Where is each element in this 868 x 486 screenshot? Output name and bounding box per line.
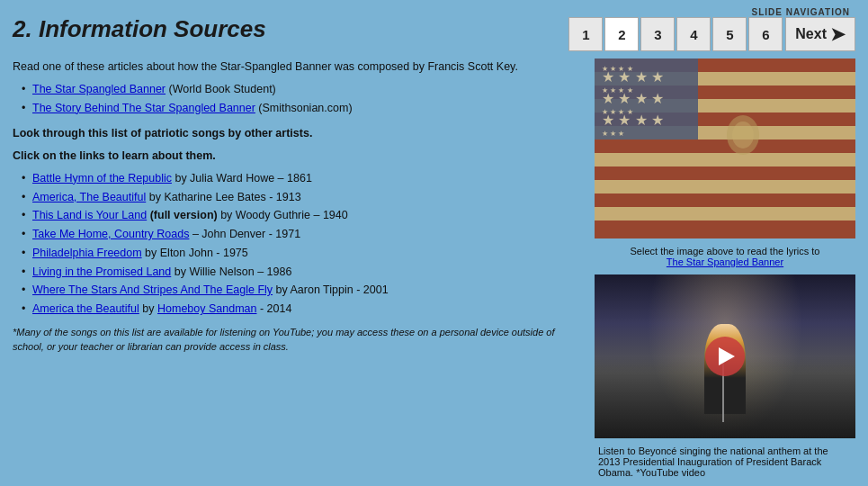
right-column: ★ ★ ★ ★ ★ ★ ★ ★ ★ ★ ★ ★ ★ ★ ★ ★ ★ ★ ★ ★ … — [595, 58, 855, 482]
footnote: *Many of the songs on this list are avai… — [13, 325, 582, 355]
slide-nav-buttons: 1 2 3 4 5 6 Next ➤ — [568, 17, 855, 51]
song-link-3[interactable]: This Land is Your Land — [32, 209, 147, 221]
slide-nav-btn-6[interactable]: 6 — [748, 17, 783, 51]
song-link-4[interactable]: Take Me Home, Country Roads — [32, 228, 189, 240]
intro-text: Read one of these articles about how the… — [13, 58, 582, 76]
list-item: The Story Behind The Star Spangled Banne… — [20, 100, 582, 117]
svg-point-24 — [732, 122, 754, 148]
header: 2. Information Sources SLIDE NAVIGATION … — [0, 0, 868, 58]
section2-heading2: Click on the links to learn about them. — [13, 148, 582, 165]
flag-image[interactable]: ★ ★ ★ ★ ★ ★ ★ ★ ★ ★ ★ ★ ★ ★ ★ ★ ★ ★ ★ ★ … — [595, 58, 855, 238]
next-button[interactable]: Next ➤ — [785, 17, 855, 51]
beyonce-image[interactable] — [595, 274, 855, 438]
svg-rect-22 — [595, 58, 855, 238]
song-link-2[interactable]: America, The Beautiful — [32, 191, 146, 203]
list-item: Where The Stars And Stripes And The Eagl… — [20, 282, 582, 299]
next-arrow-icon: ➤ — [830, 23, 846, 45]
list-item: Living in the Promised Land by Willie Ne… — [20, 264, 582, 281]
list-item: America, The Beautiful by Katharine Lee … — [20, 189, 582, 206]
page-title: 2. Information Sources — [13, 15, 568, 43]
slide-nav-btn-4[interactable]: 4 — [676, 17, 711, 51]
homeboy-link[interactable]: Homeboy Sandman — [157, 302, 256, 315]
left-column: Read one of these articles about how the… — [13, 58, 582, 482]
slide-nav-btn-1[interactable]: 1 — [568, 17, 603, 51]
song-link-5[interactable]: Philadelphia Freedom — [32, 247, 142, 259]
list-item: Philadelphia Freedom by Elton John - 197… — [20, 245, 582, 262]
list-item: The Star Spangled Banner (World Book Stu… — [20, 81, 582, 98]
main-content: Read one of these articles about how the… — [0, 58, 868, 486]
song-link-8[interactable]: America the Beautiful — [32, 302, 139, 315]
slide-nav-btn-2[interactable]: 2 — [604, 17, 639, 51]
article-link-2[interactable]: The Story Behind The Star Spangled Banne… — [32, 102, 255, 114]
flag-caption: Select the image above to read the lyric… — [595, 244, 855, 269]
section2-heading: Look through this list of patriotic song… — [13, 125, 582, 142]
list-item: Take Me Home, Country Roads – John Denve… — [20, 226, 582, 243]
article-links-list: The Star Spangled Banner (World Book Stu… — [13, 81, 582, 117]
slide-nav-label: SLIDE NAVIGATION — [751, 7, 850, 17]
flag-caption-link[interactable]: The Star Spangled Banner — [598, 256, 852, 267]
list-item: Battle Hymn of the Republic by Julia War… — [20, 170, 582, 187]
song-link-6[interactable]: Living in the Promised Land — [32, 266, 171, 278]
song-list: Battle Hymn of the Republic by Julia War… — [13, 170, 582, 318]
slide-nav-btn-5[interactable]: 5 — [712, 17, 747, 51]
play-icon — [719, 347, 735, 365]
song-link-7[interactable]: Where The Stars And Stripes And The Eagl… — [32, 284, 273, 296]
beyonce-caption: Listen to Beyoncé singing the national a… — [595, 444, 855, 482]
next-label: Next — [795, 26, 827, 42]
article-link-1[interactable]: The Star Spangled Banner — [32, 83, 166, 95]
slide-navigation: SLIDE NAVIGATION 1 2 3 4 5 6 Next ➤ — [568, 7, 855, 51]
play-button[interactable] — [705, 337, 745, 376]
slide-nav-btn-3[interactable]: 3 — [640, 17, 675, 51]
list-item: This Land is Your Land (full version) by… — [20, 207, 582, 224]
list-item: America the Beautiful by Homeboy Sandman… — [20, 301, 582, 318]
song-link-1[interactable]: Battle Hymn of the Republic — [32, 172, 172, 184]
